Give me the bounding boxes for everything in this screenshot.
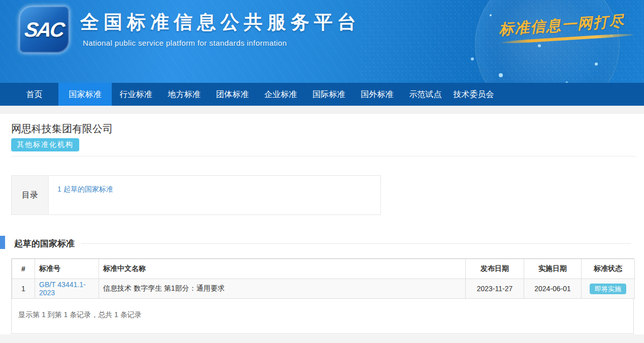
- cell-implement-date: 2024-06-01: [524, 279, 582, 299]
- nav-item-home[interactable]: 首页: [10, 83, 58, 106]
- nav-item-group-standards[interactable]: 团体标准: [208, 83, 256, 106]
- site-subtitle: National public service platform for sta…: [83, 39, 287, 47]
- nav-item-national-standards[interactable]: 国家标准: [58, 83, 112, 106]
- table-row: 1 GB/T 43441.1-2023 信息技术 数字孪生 第1部分：通用要求 …: [12, 279, 635, 299]
- org-type-badge: 其他标准化机构: [11, 138, 79, 151]
- page-gap: [0, 106, 644, 114]
- standard-no-link[interactable]: GB/T 43441.1-2023: [39, 280, 86, 297]
- table-header-row: # 标准号 标准中文名称 发布日期 实施日期 标准状态: [12, 259, 635, 279]
- nav-item-international-standards[interactable]: 国际标准: [305, 83, 353, 106]
- toc-label: 目录: [12, 176, 49, 214]
- nav-item-foreign-standards[interactable]: 国外标准: [353, 83, 401, 106]
- sac-logo-text: SAC: [23, 18, 65, 41]
- site-title: 全国标准信息公共服务平台: [80, 10, 361, 35]
- site-header: SAC 全国标准信息公共服务平台 National public service…: [0, 0, 644, 83]
- cell-name-cn: 信息技术 数字孪生 第1部分：通用要求: [99, 279, 466, 299]
- nav-item-technical-committees[interactable]: 技术委员会: [449, 83, 498, 106]
- decorative-dots: [490, 14, 492, 16]
- status-badge: 即将实施: [590, 284, 626, 294]
- col-header-name-cn: 标准中文名称: [99, 259, 466, 279]
- cell-status: 即将实施: [582, 279, 635, 299]
- col-header-status: 标准状态: [582, 259, 635, 279]
- cell-standard-no: GB/T 43441.1-2023: [35, 279, 99, 299]
- main-nav: 首页 国家标准 行业标准 地方标准 团体标准 企业标准 国际标准 国外标准 示范…: [0, 83, 644, 106]
- toc-body: 1 起草的国家标准: [49, 176, 380, 214]
- col-header-standard-no: 标准号: [35, 259, 99, 279]
- cell-index: 1: [12, 279, 35, 299]
- cell-publish-date: 2023-11-27: [466, 279, 524, 299]
- section-marker: [0, 236, 5, 249]
- section-rule: [81, 243, 631, 244]
- nav-item-industry-standards[interactable]: 行业标准: [112, 83, 160, 106]
- nav-item-enterprise-standards[interactable]: 企业标准: [256, 83, 305, 106]
- nav-item-local-standards[interactable]: 地方标准: [160, 83, 208, 106]
- org-name: 网思科技集团有限公司: [11, 122, 113, 136]
- standards-table-container: # 标准号 标准中文名称 发布日期 实施日期 标准状态 1 GB/T 43441…: [11, 258, 634, 334]
- toc-panel: 目录 1 起草的国家标准: [11, 175, 381, 215]
- nav-item-pilot-programs[interactable]: 示范试点: [401, 83, 449, 106]
- toc-link-drafted-standards[interactable]: 1 起草的国家标准: [57, 185, 113, 193]
- col-header-publish-date: 发布日期: [466, 259, 524, 279]
- col-header-implement-date: 实施日期: [524, 259, 582, 279]
- section-title: 起草的国家标准: [14, 238, 75, 250]
- divider: [11, 156, 636, 157]
- col-header-index: #: [12, 259, 35, 279]
- sac-logo[interactable]: SAC: [19, 6, 69, 53]
- standards-table: # 标准号 标准中文名称 发布日期 实施日期 标准状态 1 GB/T 43441…: [12, 259, 635, 299]
- record-count-summary: 显示第 1 到第 1 条记录，总共 1 条记录: [12, 299, 633, 333]
- content-card: 网思科技集团有限公司 其他标准化机构 目录 1 起草的国家标准 起草的国家标准 …: [0, 114, 644, 334]
